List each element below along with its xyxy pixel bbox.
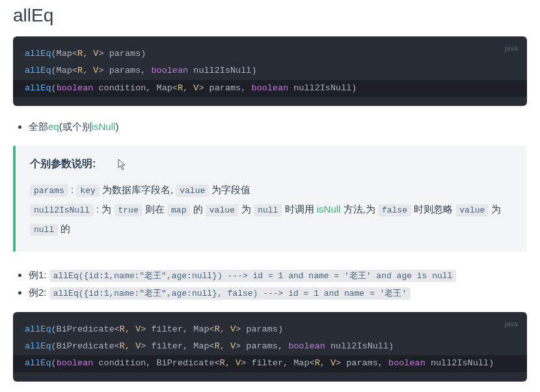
type: V bbox=[230, 324, 236, 334]
text: 全部 bbox=[29, 121, 48, 132]
code-line: allEq(Map<R, V> params) bbox=[25, 46, 515, 62]
text: 例1: bbox=[29, 269, 49, 280]
tok: (Map< bbox=[51, 49, 78, 59]
tok: condition, BiPredicate< bbox=[93, 358, 219, 368]
info-box: 个别参数说明: params : key 为数据库字段名, value 为字段值… bbox=[13, 146, 527, 252]
tok: > params, bbox=[198, 83, 251, 93]
type: V bbox=[331, 358, 336, 368]
link-isnull[interactable]: isNull bbox=[92, 121, 116, 132]
text: 个别参数说明: bbox=[30, 158, 96, 169]
code-inline: value bbox=[455, 204, 489, 216]
code-line: allEq(BiPredicate<R, V> filter, Map<R, V… bbox=[25, 338, 515, 355]
tok: > params, bbox=[98, 66, 151, 75]
tok: > params, bbox=[236, 341, 288, 351]
code-block-2: java allEq(BiPredicate<R, V> filter, Map… bbox=[13, 312, 527, 382]
text: 为 bbox=[239, 203, 254, 215]
text: (或个别 bbox=[59, 121, 92, 132]
type: R bbox=[120, 341, 125, 351]
tok: > params, bbox=[336, 358, 388, 368]
type: V bbox=[236, 358, 241, 368]
code-line: allEq(BiPredicate<R, V> filter, Map<R, V… bbox=[25, 321, 515, 338]
type: R bbox=[120, 324, 125, 334]
text: 为数据库字段名, bbox=[100, 184, 176, 195]
kw: boolean bbox=[151, 66, 188, 75]
tok: , bbox=[83, 66, 93, 75]
tok: , bbox=[225, 358, 236, 368]
lang-tag: java bbox=[505, 42, 518, 55]
tok: > params) bbox=[98, 49, 146, 59]
example-1: 例1: allEq({id:1,name:"老王",age:null}) ---… bbox=[29, 266, 527, 283]
tok: > filter, Map< bbox=[141, 341, 214, 351]
code-block-1: java allEq(Map<R, V> params) allEq(Map<R… bbox=[13, 36, 527, 106]
fn: allEq bbox=[25, 49, 51, 59]
tok: condition, Map< bbox=[93, 83, 178, 93]
tok: > filter, Map< bbox=[241, 358, 314, 368]
tok: , bbox=[183, 83, 193, 93]
code-inline: null bbox=[254, 204, 282, 216]
examples-list: 例1: allEq({id:1,name:"老王",age:null}) ---… bbox=[13, 266, 527, 302]
example-2: 例2: allEq({id:1,name:"老王",age:null}, fal… bbox=[29, 283, 527, 301]
type: R bbox=[178, 83, 183, 93]
type: R bbox=[215, 324, 220, 334]
lang-tag: java bbox=[505, 317, 518, 331]
code-inline: null2IsNull bbox=[30, 204, 94, 216]
code-inline: value bbox=[206, 204, 239, 216]
type: R bbox=[315, 358, 320, 368]
code-line-highlight: allEq(boolean condition, BiPredicate<R, … bbox=[13, 355, 527, 372]
type: R bbox=[77, 66, 83, 75]
tok: , bbox=[320, 358, 331, 368]
fn: allEq bbox=[25, 83, 51, 93]
code-inline: allEq({id:1,name:"老王",age:null}) ---> id… bbox=[49, 270, 457, 282]
text: 的 bbox=[190, 203, 205, 215]
text: : bbox=[68, 184, 77, 195]
code-inline: null bbox=[30, 224, 58, 236]
code-inline: false bbox=[378, 204, 411, 216]
text: 为 bbox=[489, 203, 501, 215]
tok: null2IsNull) bbox=[288, 83, 357, 93]
param-desc-null2isnull: null2IsNull : 为 true 则在 map 的 value 为 nu… bbox=[30, 200, 513, 239]
code-inline: params bbox=[30, 185, 68, 197]
tok: ( bbox=[51, 358, 57, 368]
kw: boolean bbox=[251, 83, 288, 93]
code-inline: allEq({id:1,name:"老王",age:null}, false) … bbox=[49, 287, 411, 300]
text: 方法,为 bbox=[340, 203, 378, 215]
kw: boolean bbox=[388, 358, 425, 368]
tok: > filter, Map< bbox=[141, 324, 214, 334]
tok: , bbox=[125, 324, 135, 334]
tok: (BiPredicate< bbox=[51, 324, 120, 334]
cursor-icon bbox=[118, 159, 127, 170]
tok: null2IsNull) bbox=[188, 66, 256, 75]
text: 时调用 bbox=[282, 203, 316, 215]
tok: (Map< bbox=[51, 66, 78, 75]
code-line-highlight: allEq(boolean condition, Map<R, V> param… bbox=[13, 80, 527, 97]
link-isnull[interactable]: isNull bbox=[317, 203, 341, 215]
tok: , bbox=[220, 324, 230, 334]
text: 则在 bbox=[142, 203, 167, 215]
code-inline: key bbox=[76, 185, 99, 197]
text: 时则忽略 bbox=[411, 203, 455, 215]
code-line: allEq(Map<R, V> params, boolean null2IsN… bbox=[25, 62, 515, 79]
fn: allEq bbox=[25, 66, 51, 75]
fn: allEq bbox=[25, 358, 51, 368]
fn: allEq bbox=[25, 324, 51, 334]
tok: , bbox=[125, 341, 135, 351]
type: V bbox=[230, 341, 236, 351]
type: R bbox=[220, 358, 225, 368]
param-desc-params: params : key 为数据库字段名, value 为字段值 bbox=[30, 180, 513, 200]
type: R bbox=[215, 341, 220, 351]
text: 例2: bbox=[29, 287, 49, 298]
kw: boolean bbox=[57, 83, 94, 93]
kw: boolean bbox=[57, 358, 94, 368]
tok: (BiPredicate< bbox=[51, 341, 120, 351]
code-inline: map bbox=[167, 204, 190, 216]
page-title: allEq bbox=[13, 5, 527, 26]
text: 为字段值 bbox=[209, 184, 250, 195]
summary-list: 全部eq(或个别isNull) bbox=[13, 118, 527, 135]
tok: , bbox=[83, 49, 93, 59]
type: R bbox=[77, 49, 83, 59]
tok: null2IsNull) bbox=[325, 341, 394, 351]
kw: boolean bbox=[288, 341, 325, 351]
tok: null2IsNull) bbox=[425, 358, 494, 368]
fn: allEq bbox=[25, 341, 51, 351]
link-eq[interactable]: eq bbox=[48, 121, 59, 132]
